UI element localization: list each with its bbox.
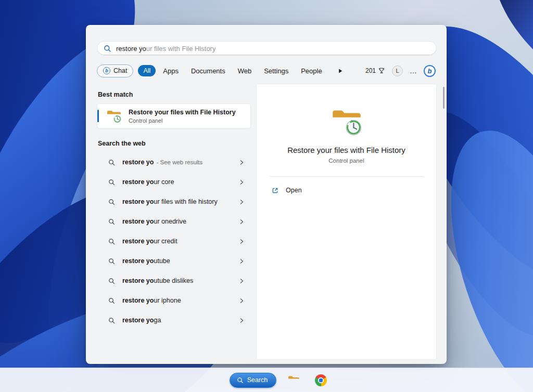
- chevron-right-icon[interactable]: [238, 159, 245, 166]
- file-history-icon: [106, 108, 122, 124]
- search-icon: [104, 45, 111, 53]
- search-icon: [108, 258, 115, 265]
- web-suggestion[interactable]: restore your credit: [97, 231, 251, 251]
- search-icon: [108, 297, 115, 304]
- filter-tabs: Chat All Apps Documents Web Settings Peo…: [97, 63, 436, 79]
- start-button[interactable]: [202, 370, 222, 390]
- tab-web[interactable]: Web: [233, 65, 257, 77]
- divider: [269, 176, 424, 177]
- chevron-right-icon[interactable]: [238, 317, 245, 324]
- preview-panel: Restore your files with File History Con…: [256, 84, 437, 360]
- best-match-title: Restore your files with File History: [129, 109, 236, 116]
- open-action[interactable]: Open: [263, 180, 430, 201]
- web-suggestion[interactable]: restore your core: [97, 172, 251, 192]
- bing-icon: [103, 67, 110, 74]
- search-icon: [108, 159, 115, 166]
- more-filters-icon[interactable]: [336, 67, 344, 75]
- best-match-subtitle: Control panel: [129, 117, 236, 124]
- web-suggestion[interactable]: restore your onedrive: [97, 212, 251, 231]
- tab-settings[interactable]: Settings: [259, 65, 294, 77]
- web-suggestion[interactable]: restore your files with file history: [97, 192, 251, 212]
- search-icon: [108, 179, 115, 186]
- open-external-icon: [271, 187, 279, 194]
- rewards-button[interactable]: 201: [365, 67, 385, 74]
- chrome-icon: [315, 374, 327, 386]
- best-match-header: Best match: [98, 91, 250, 98]
- file-explorer-button[interactable]: [284, 370, 303, 390]
- rewards-points: 201: [365, 67, 376, 74]
- web-suggestion[interactable]: restore yo- See web results: [97, 152, 251, 172]
- desktop: restore your files with File History Cha…: [0, 0, 533, 392]
- web-suggestion[interactable]: restore youtube: [97, 251, 251, 271]
- more-options-button[interactable]: …: [410, 67, 417, 75]
- chevron-right-icon[interactable]: [238, 199, 245, 205]
- scrollbar[interactable]: [443, 87, 445, 109]
- best-match-text: Restore your files with File History Con…: [129, 109, 236, 124]
- search-icon: [237, 377, 244, 384]
- search-suggestion-text: ur files with File History: [146, 45, 216, 53]
- search-icon: [108, 317, 115, 324]
- chrome-button[interactable]: [311, 370, 331, 390]
- tab-chat[interactable]: Chat: [97, 64, 133, 77]
- search-flyout-panel: restore your files with File History Cha…: [86, 25, 447, 364]
- search-query: restore your files with File History: [116, 45, 215, 53]
- suggestion-text: restore youtube: [122, 257, 231, 265]
- suggestion-text: restore yo- See web results: [122, 159, 231, 166]
- web-suggestions: restore yo- See web results restore your…: [97, 152, 251, 330]
- file-history-icon: [329, 104, 364, 138]
- suggestion-text: restore your files with file history: [122, 198, 231, 205]
- search-typed-text: restore yo: [116, 45, 146, 53]
- taskbar-search-button[interactable]: Search: [230, 373, 277, 388]
- selection-accent: [97, 110, 99, 122]
- results-column: Best match Restore your files with File …: [97, 87, 251, 330]
- web-suggestion[interactable]: restore yoga: [97, 310, 251, 330]
- bing-chat-icon[interactable]: [424, 65, 436, 77]
- search-input[interactable]: restore your files with File History: [97, 41, 437, 56]
- search-icon: [108, 218, 115, 225]
- web-suggestion[interactable]: restore youtube dislikes: [97, 271, 251, 291]
- preview-subtitle: Control panel: [328, 158, 364, 164]
- rewards-trophy-icon: [378, 67, 385, 74]
- open-label: Open: [286, 187, 302, 194]
- tab-documents[interactable]: Documents: [186, 65, 231, 77]
- chevron-right-icon[interactable]: [238, 179, 245, 186]
- search-icon: [108, 238, 115, 245]
- tab-apps[interactable]: Apps: [158, 65, 184, 77]
- suggestion-text: restore your credit: [122, 238, 231, 245]
- tab-chat-label: Chat: [113, 67, 127, 74]
- windows-logo-icon: [207, 375, 218, 386]
- chevron-right-icon[interactable]: [238, 297, 245, 304]
- search-icon: [108, 199, 115, 205]
- best-match-result[interactable]: Restore your files with File History Con…: [97, 103, 251, 128]
- tab-all[interactable]: All: [138, 65, 156, 76]
- suggestion-text: restore yoga: [122, 317, 231, 324]
- web-suggestion[interactable]: restore your iphone: [97, 291, 251, 310]
- tabs-right-cluster: 201 L …: [365, 65, 436, 77]
- taskbar: Search: [0, 368, 533, 392]
- suggestion-text: restore your iphone: [122, 297, 231, 304]
- suggestion-text: restore your core: [122, 178, 231, 186]
- preview-title: Restore your files with File History: [287, 146, 405, 154]
- chevron-right-icon[interactable]: [238, 258, 245, 265]
- taskbar-search-label: Search: [247, 376, 268, 384]
- chevron-right-icon[interactable]: [238, 278, 245, 284]
- tab-people[interactable]: People: [296, 65, 327, 77]
- chevron-right-icon[interactable]: [238, 238, 245, 245]
- account-avatar[interactable]: L: [392, 66, 403, 76]
- suggestion-text: restore youtube dislikes: [122, 277, 231, 284]
- chevron-right-icon[interactable]: [238, 218, 245, 225]
- suggestion-text: restore your onedrive: [122, 218, 231, 225]
- folder-icon: [287, 374, 300, 387]
- search-icon: [108, 278, 115, 284]
- search-web-header: Search the web: [98, 140, 250, 147]
